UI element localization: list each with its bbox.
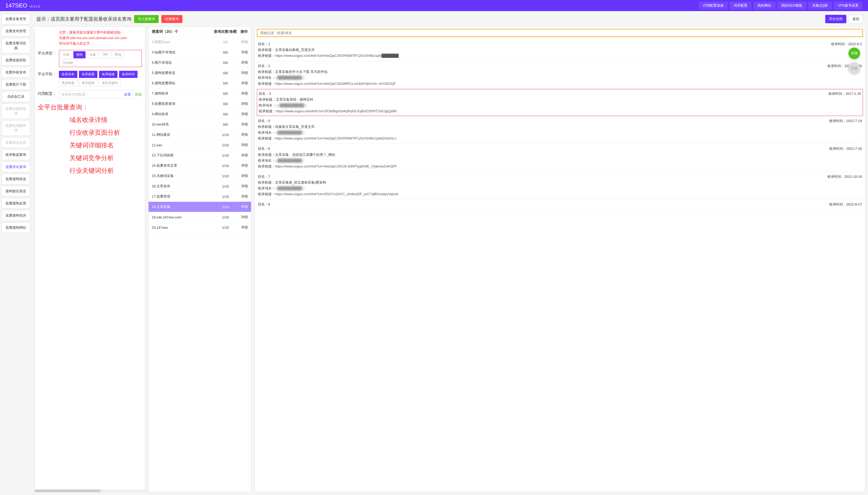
sidebar-item[interactable]: 批量排名监控 <box>2 137 30 148</box>
field-tag[interactable]: 真实链接 <box>79 80 98 87</box>
keyword-row[interactable]: 8.批量权重查询0/0详情 <box>148 99 251 109</box>
app-version: v1.5.1.9 <box>29 5 40 8</box>
platform-tag[interactable]: 头条 <box>87 51 99 58</box>
sidebar-item[interactable]: 批量搜狗推送 <box>2 174 30 184</box>
proxy-select[interactable]: 请选择代理配置： 设置 <box>59 90 133 99</box>
sidebar-item[interactable]: 批量搜狗投诉 <box>2 210 30 221</box>
keyword-row[interactable]: 10.seo排名0/0详情 <box>148 119 251 130</box>
sidebar-item[interactable]: 批量发布管理 <box>2 26 30 36</box>
sidebar-item[interactable]: 批量采集管理 <box>2 14 30 24</box>
keyword-row[interactable]: 11.网站建设1/10详情 <box>148 130 251 140</box>
proxy-new-link[interactable]: 新建 <box>135 92 142 97</box>
export-all-button[interactable]: 导出全部 <box>825 15 846 23</box>
field-tag[interactable]: 真实标题 <box>59 80 77 87</box>
nav-item[interactable]: 代理配置加速 <box>699 2 728 10</box>
keyword-row[interactable]: 18.文章采集1/10详情 <box>148 202 251 212</box>
platform-tag[interactable]: 百度 <box>60 51 72 58</box>
keyword-row[interactable]: 16.文章发布1/10详情 <box>148 181 251 191</box>
keyword-detail-link[interactable]: 详情 <box>237 101 248 106</box>
field-tag[interactable]: 收录排名 <box>59 71 77 78</box>
nav-item[interactable]: 采集QQ群 <box>808 2 832 10</box>
keyword-detail-link[interactable]: 详情 <box>237 163 248 168</box>
sidebar-item[interactable]: 批量自媒体管理 <box>2 104 30 119</box>
keyword-row[interactable]: 4.图片本地化0/0详情 <box>148 57 251 68</box>
sidebar-item[interactable]: 批量外链发布 <box>2 67 30 78</box>
sidebar-item[interactable]: 搜狗验证推送 <box>2 186 30 197</box>
keyword-count: 0/0 <box>214 123 237 126</box>
keyword-count: 0/0 <box>214 40 237 44</box>
nav-item[interactable]: 我的网站 <box>753 2 775 10</box>
nav-item[interactable]: VPS拨号设置 <box>834 2 863 10</box>
sidebar-item[interactable]: 批量搜狗绑站 <box>2 222 30 233</box>
result-item: 排名：6收录时间：2021-7-20收录标题：文章采集、伪原创工具哪个好用？_网… <box>257 144 863 171</box>
config-panel: 注意：搜索词是在搜索引擎中的搜索词如： 关键词,site:xxx.xxx.com… <box>34 27 145 492</box>
keyword-row[interactable]: 20.147seo1/10详情 <box>148 222 251 233</box>
filter-input[interactable] <box>257 29 863 37</box>
warn-line: 注意：搜索词是在搜索引擎中的搜索词如： <box>59 30 142 35</box>
keyword-count: 1/10 <box>214 164 237 168</box>
float-detail-button[interactable]: 详情 <box>848 48 860 59</box>
keyword-detail-link[interactable]: 详情 <box>237 215 248 220</box>
keyword-detail-link[interactable]: 详情 <box>237 173 248 178</box>
platform-tag[interactable]: 搜狗 <box>73 51 86 58</box>
keyword-detail-link[interactable]: 详情 <box>237 81 248 86</box>
sidebar-item[interactable]: 批量短视频管理 <box>2 120 30 136</box>
end-query-button[interactable]: 结束查询 <box>161 15 182 23</box>
platform-tag[interactable]: Bing <box>112 51 124 58</box>
field-tag[interactable]: 收录链接 <box>99 71 118 78</box>
field-tag[interactable]: 真实关键词 <box>99 80 121 87</box>
nav-item[interactable]: 词库配置 <box>729 2 751 10</box>
keyword-row[interactable]: 19.site:147seo.com1/10详情 <box>148 212 251 222</box>
sidebar-item[interactable]: 批量链接抓取 <box>2 55 30 66</box>
keyword-detail-link[interactable]: 详情 <box>237 70 248 75</box>
proxy-set-link[interactable]: 设置 <box>124 92 131 97</box>
keyword-row[interactable]: 14.批量发布文章1/10详情 <box>148 160 251 171</box>
keyword-row[interactable]: 17.批量管理1/10详情 <box>148 191 251 202</box>
keyword-row[interactable]: 6.搜狗批量绑站0/0详情 <box>148 78 251 88</box>
keyword-detail-link[interactable]: 详情 <box>237 112 248 117</box>
result-time: 收录时间：2021-7-20 <box>829 146 862 152</box>
feature-line: 行业关键词分析 <box>38 166 142 175</box>
result-link: https://www.sogou.com/link?url=hedJjaC29… <box>275 136 862 141</box>
keyword-row[interactable]: 13.下拉词刷新1/10详情 <box>148 150 251 160</box>
platform-tag[interactable]: Google <box>60 59 76 66</box>
keyword-row[interactable]: 7.搜狗收录0/0详情 <box>148 88 251 99</box>
result-item: 排名：5收录时间：2022-7-19收录标题：自媒体文章采集_百度文库收录域名：… <box>257 116 863 144</box>
h-scrollbar[interactable] <box>35 490 145 492</box>
result-domain: ba██████████m <box>276 102 307 108</box>
field-tag[interactable]: 收录时间 <box>119 71 138 78</box>
keyword-row[interactable]: 2.阿里云oss0/0详情 <box>148 37 251 47</box>
sidebar-item[interactable]: 批量排名查询 <box>2 161 30 172</box>
back-button[interactable]: 返回 <box>848 15 863 23</box>
keyword-detail-link[interactable]: 详情 <box>237 225 248 230</box>
keyword-row[interactable]: 15.关键词采集1/10详情 <box>148 171 251 181</box>
keyword-detail-link[interactable]: 详情 <box>237 204 248 209</box>
keyword-row[interactable]: 3.ftp图片本地化0/0详情 <box>148 47 251 57</box>
nav-item[interactable]: 我的SEO模版 <box>777 2 806 10</box>
float-log-button[interactable]: 日志 <box>848 62 860 74</box>
sidebar-item[interactable]: 批量搜狗反馈 <box>2 198 30 209</box>
sidebar-item[interactable]: 批量图片下载 <box>2 79 30 90</box>
keyword-detail-link[interactable]: 详情 <box>237 132 248 137</box>
keyword-name: 20.147seo <box>152 226 214 229</box>
sidebar-item[interactable]: 伪原创工具 <box>2 91 30 102</box>
keyword-detail-link[interactable]: 详情 <box>237 91 248 96</box>
platform-tag[interactable]: 360 <box>100 51 111 58</box>
keyword-detail-link[interactable]: 详情 <box>237 194 248 199</box>
keyword-row[interactable]: 5.搜狗批量推送0/0详情 <box>148 68 251 78</box>
sidebar-item[interactable]: 批量流量词挖掘 <box>2 38 30 53</box>
keyword-detail-link[interactable]: 详情 <box>237 153 248 158</box>
keyword-name: 11.网站建设 <box>152 132 214 137</box>
keyword-row[interactable]: 12.seo1/10详情 <box>148 140 251 150</box>
keyword-detail-link[interactable]: 详情 <box>237 143 248 148</box>
keyword-row[interactable]: 9.网站收录0/0详情 <box>148 109 251 119</box>
result-item: 排名：1收录时间：2022-8-2收录标题：文章采集站教程_百度文库收录链接：h… <box>257 39 863 61</box>
keyword-detail-link[interactable]: 详情 <box>237 60 248 65</box>
keyword-detail-link[interactable]: 详情 <box>237 122 248 127</box>
field-tag[interactable]: 收录标题 <box>79 71 98 78</box>
import-button[interactable]: 导入搜索词 <box>134 15 159 23</box>
keyword-detail-link[interactable]: 详情 <box>237 40 248 45</box>
keyword-detail-link[interactable]: 详情 <box>237 50 248 55</box>
sidebar-item[interactable]: 收录数据查询 <box>2 150 30 160</box>
keyword-detail-link[interactable]: 详情 <box>237 184 248 189</box>
